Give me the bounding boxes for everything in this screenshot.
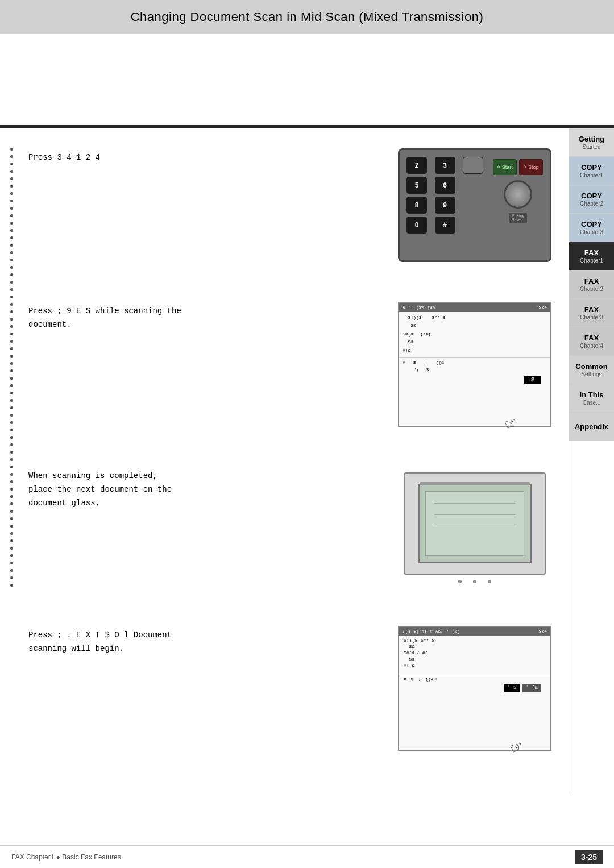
dot <box>10 207 13 210</box>
dot <box>10 362 13 365</box>
menu-screen-1: & '' ($% ($% "$&+ $!)($ $"* $ $& $#(&(!#… <box>398 302 551 427</box>
sidebar-item-appendix[interactable]: Appendix <box>569 413 614 441</box>
dot <box>10 414 13 417</box>
sidebar-item-sub-common-settings: Settings <box>581 371 601 377</box>
step-1-label: Press 3 4 1 2 4 <box>28 153 100 162</box>
sidebar-item-title-fax-ch3: FAX <box>584 305 599 314</box>
step-4-line1: Press ; . E X T $ O l Document <box>28 630 172 639</box>
step-2-image: & '' ($% ($% "$&+ $!)($ $"* $ $& $#(&(!#… <box>398 302 557 427</box>
dot <box>10 562 13 564</box>
dot <box>10 192 13 195</box>
control-panel-image: 2 3 5 6 8 9 0 # <box>398 148 551 262</box>
sidebar-item-title-copy-ch3: COPY <box>581 220 602 229</box>
sidebar-item-copy-ch1[interactable]: COPYChapter1 <box>569 157 614 185</box>
page-footer: FAX Chapter1 ● Basic Fax Features 3-25 <box>0 845 614 868</box>
sidebar-item-title-copy-ch2: COPY <box>581 192 602 200</box>
sidebar-item-title-getting-started: Getting <box>579 135 605 143</box>
dot <box>10 517 13 520</box>
sidebar-item-sub-copy-ch3: Chapter3 <box>580 229 603 235</box>
dot <box>10 251 13 254</box>
dot <box>10 273 13 276</box>
step-2-line1: Press ; 9 E S while scanning the <box>28 306 181 315</box>
dot <box>10 392 13 394</box>
dot <box>10 259 13 261</box>
dot <box>10 170 13 173</box>
step-1: Press 3 4 1 2 4 2 3 5 6 8 <box>28 140 557 262</box>
sidebar-item-fax-ch3[interactable]: FAXChapter3 <box>569 299 614 327</box>
dot <box>10 488 13 491</box>
dot <box>10 584 13 587</box>
dot <box>10 399 13 402</box>
dot <box>10 547 13 550</box>
dot <box>10 421 13 424</box>
step-3: When scanning is completed, place the ne… <box>28 458 557 586</box>
dot <box>10 222 13 225</box>
dot <box>10 436 13 439</box>
sidebar-item-getting-started[interactable]: GettingStarted <box>569 128 614 157</box>
step-3-text: When scanning is completed, place the ne… <box>28 467 387 586</box>
sidebar-item-title-common-settings: Common <box>575 362 607 371</box>
step-4-line2: scanning will begin. <box>28 644 124 653</box>
sidebar-item-common-settings[interactable]: CommonSettings <box>569 356 614 384</box>
step-3-image <box>398 467 557 586</box>
dot <box>10 495 13 498</box>
dot <box>10 340 13 343</box>
sidebar-item-copy-ch2[interactable]: COPYChapter2 <box>569 185 614 214</box>
start-button: ⊕ Start <box>493 159 517 175</box>
dot <box>10 384 13 387</box>
sidebar-item-sub-fax-ch2: Chapter2 <box>580 286 603 292</box>
dial-knob <box>504 180 532 209</box>
step-2-line2: document. <box>28 320 72 329</box>
dot <box>10 200 13 202</box>
dot-column <box>0 128 23 794</box>
sidebar-item-sub-fax-ch1: Chapter1 <box>580 258 603 264</box>
dot <box>10 310 13 313</box>
sidebar-item-sub-fax-ch4: Chapter4 <box>580 343 603 349</box>
dot <box>10 229 13 232</box>
sidebar-item-sub-in-this-case: Case... <box>583 400 601 406</box>
stop-button: ⊙ Stop <box>519 159 543 175</box>
dot <box>10 473 13 476</box>
sidebar-item-fax-ch2[interactable]: FAXChapter2 <box>569 271 614 299</box>
sidebar-item-copy-ch3[interactable]: COPYChapter3 <box>569 214 614 242</box>
dot <box>10 288 13 291</box>
step-4-image: (() $)"#( # %&,'' (&($&+ $!)($ $"* $ $& … <box>398 626 557 751</box>
step-2-text: Press ; 9 E S while scanning the documen… <box>28 302 387 427</box>
dot <box>10 185 13 188</box>
dot <box>10 451 13 454</box>
dot <box>10 303 13 306</box>
dot <box>10 148 13 151</box>
dot <box>10 318 13 321</box>
dot <box>10 244 13 247</box>
scanner-diagram <box>398 467 551 586</box>
dot <box>10 377 13 380</box>
dot <box>10 569 13 572</box>
dot <box>10 554 13 557</box>
page-title: Changing Document Scan in Mid Scan (Mixe… <box>131 10 484 24</box>
dot <box>10 325 13 328</box>
page-header: Changing Document Scan in Mid Scan (Mixe… <box>0 0 614 34</box>
sidebar-item-in-this-case[interactable]: In ThisCase... <box>569 384 614 413</box>
dot <box>10 458 13 461</box>
dot <box>10 236 13 239</box>
dot <box>10 296 13 298</box>
right-sidebar: GettingStartedCOPYChapter1COPYChapter2CO… <box>569 128 614 794</box>
sidebar-item-sub-fax-ch3: Chapter3 <box>580 314 603 321</box>
dot <box>10 576 13 579</box>
content-area: Press 3 4 1 2 4 2 3 5 6 8 <box>23 128 569 794</box>
dot <box>10 347 13 350</box>
footer-label: FAX Chapter1 ● Basic Fax Features <box>11 853 121 861</box>
sidebar-item-fax-ch4[interactable]: FAXChapter4 <box>569 327 614 356</box>
sidebar-item-fax-ch1[interactable]: FAXChapter1 <box>569 242 614 271</box>
sidebar-item-title-copy-ch1: COPY <box>581 163 602 172</box>
sidebar-item-sub-copy-ch1: Chapter1 <box>580 172 603 178</box>
step-4-text: Press ; . E X T $ O l Document scanning … <box>28 626 387 751</box>
step-1-text: Press 3 4 1 2 4 <box>28 148 387 262</box>
dot <box>10 177 13 180</box>
step-3-line1: When scanning is completed, <box>28 471 157 480</box>
dot <box>10 466 13 468</box>
dot <box>10 502 13 505</box>
dot <box>10 480 13 483</box>
sidebar-item-title-fax-ch2: FAX <box>584 277 599 285</box>
dot <box>10 369 13 372</box>
